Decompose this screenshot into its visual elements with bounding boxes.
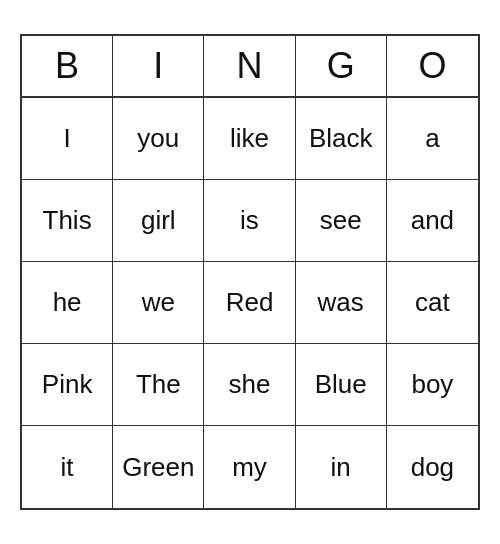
grid-cell-r2-c0: he (22, 262, 113, 344)
header-cell-O: O (387, 36, 478, 96)
grid-cell-r4-c2: my (204, 426, 295, 508)
grid-cell-r1-c4: and (387, 180, 478, 262)
grid-cell-r0-c0: I (22, 98, 113, 180)
grid-cell-r1-c2: is (204, 180, 295, 262)
grid-cell-r3-c0: Pink (22, 344, 113, 426)
bingo-card: BINGO IyoulikeBlackaThisgirlisseeandhewe… (20, 34, 480, 510)
grid-cell-r0-c1: you (113, 98, 204, 180)
grid-cell-r4-c1: Green (113, 426, 204, 508)
header-cell-N: N (204, 36, 295, 96)
grid-cell-r0-c3: Black (296, 98, 387, 180)
grid-cell-r3-c2: she (204, 344, 295, 426)
grid-cell-r1-c3: see (296, 180, 387, 262)
header-cell-B: B (22, 36, 113, 96)
bingo-grid: IyoulikeBlackaThisgirlisseeandheweRedwas… (22, 98, 478, 508)
grid-cell-r0-c4: a (387, 98, 478, 180)
grid-cell-r1-c0: This (22, 180, 113, 262)
header-cell-I: I (113, 36, 204, 96)
grid-cell-r2-c3: was (296, 262, 387, 344)
grid-cell-r4-c4: dog (387, 426, 478, 508)
grid-cell-r4-c0: it (22, 426, 113, 508)
bingo-header: BINGO (22, 36, 478, 98)
grid-cell-r3-c4: boy (387, 344, 478, 426)
header-cell-G: G (296, 36, 387, 96)
grid-cell-r3-c3: Blue (296, 344, 387, 426)
grid-cell-r3-c1: The (113, 344, 204, 426)
grid-cell-r2-c4: cat (387, 262, 478, 344)
grid-cell-r2-c2: Red (204, 262, 295, 344)
grid-cell-r2-c1: we (113, 262, 204, 344)
grid-cell-r4-c3: in (296, 426, 387, 508)
grid-cell-r0-c2: like (204, 98, 295, 180)
grid-cell-r1-c1: girl (113, 180, 204, 262)
